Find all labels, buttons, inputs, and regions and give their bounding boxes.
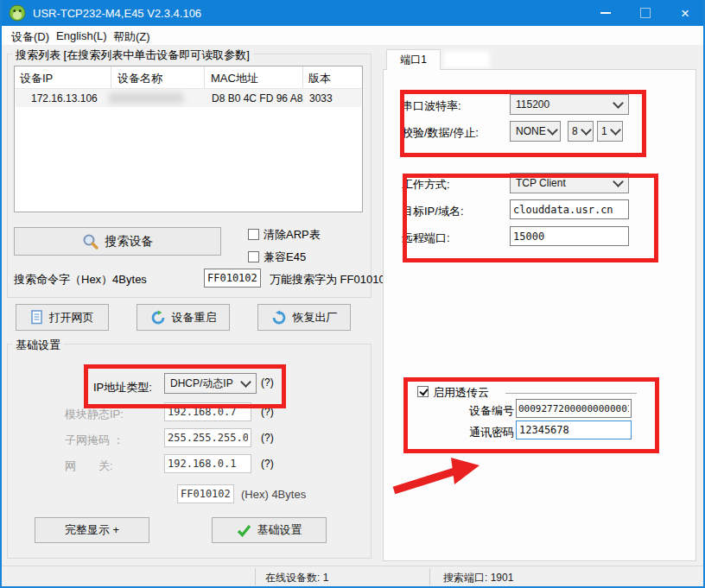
col-header-mac[interactable]: MAC地址 (211, 71, 258, 86)
gateway-label: 网 关: (65, 458, 113, 474)
factory-reset-button[interactable]: 恢复出厂 (257, 304, 351, 331)
status-online-count: 在线设备数: 1 (265, 571, 328, 585)
workmode-label: 工作方式: (402, 177, 450, 193)
col-header-version[interactable]: 版本 (308, 71, 331, 86)
restart-icon (150, 310, 166, 326)
stopbits-select[interactable]: 1 (597, 121, 623, 142)
basic-settings-apply-button[interactable]: 基础设置 (212, 517, 327, 543)
search-device-button[interactable]: 搜索设备 (14, 227, 221, 256)
parity-value: NONE (516, 125, 546, 137)
pwd-label: 通讯密码 (469, 425, 514, 440)
cell-version: 3033 (309, 92, 333, 104)
basic-settings-group-title: 基础设置 (12, 338, 64, 353)
menu-bar: 设备(D) English(L) 帮助(Z) (2, 26, 703, 45)
minimize-button[interactable] (586, 0, 626, 26)
pwd-input[interactable] (516, 420, 632, 439)
factory-reset-icon (271, 310, 287, 326)
status-divider (255, 568, 256, 585)
search-cmd-label: 搜索命令字（Hex）4Bytes (14, 272, 147, 288)
menu-help[interactable]: 帮助(Z) (111, 28, 153, 46)
stopbits-value: 1 (601, 125, 607, 137)
compat-e45-label: 兼容E45 (264, 250, 306, 265)
ip-type-select[interactable]: DHCP/动态IP (164, 373, 257, 394)
port1-tabpage (383, 69, 696, 561)
chevron-down-icon (547, 124, 558, 136)
subnet-mask-help[interactable]: (?) (261, 432, 274, 444)
device-name-redacted (109, 92, 183, 104)
dest-label: 目标IP/域名: (402, 204, 464, 219)
databits-select[interactable]: 8 (568, 121, 594, 142)
gateway-help[interactable]: (?) (261, 458, 274, 470)
cloud-enable-label: 启用透传云 (433, 385, 489, 401)
basic-settings-apply-label: 基础设置 (257, 522, 302, 538)
rport-input[interactable] (510, 226, 629, 246)
device-table: 设备IP 设备名称 MAC地址 版本 172.16.13.106 D8 B0 4… (14, 66, 363, 212)
clear-arp-label: 清除ARP表 (264, 227, 321, 243)
status-divider (429, 568, 430, 585)
maximize-icon (640, 8, 651, 18)
static-ip-label: 模块静态IP: (65, 407, 124, 422)
workmode-select[interactable]: TCP Client (510, 173, 629, 193)
table-row[interactable]: 172.16.13.106 D8 B0 4C FD 96 A8 3033 (16, 89, 361, 107)
parity-label: 校验/数据/停止: (402, 125, 479, 141)
ip-type-help[interactable]: (?) (261, 376, 274, 389)
window-title: USR-TCP232-M4,E45 V2.3.4.106 (33, 7, 201, 20)
search-list-group-title: 搜索列表 [在搜索列表中单击设备即可读取参数] (12, 47, 253, 63)
col-header-device-ip[interactable]: 设备IP (20, 71, 53, 86)
chevron-down-icon (581, 124, 592, 136)
baud-value: 115200 (516, 98, 549, 111)
cell-mac: D8 B0 4C FD 96 A8 (212, 92, 302, 104)
tab-redacted (443, 51, 490, 68)
device-restart-button[interactable]: 设备重启 (137, 304, 230, 331)
cloud-enable-checkbox[interactable] (417, 386, 429, 397)
ip-type-value: DHCP/动态IP (170, 376, 233, 391)
subnet-mask-label: 子网掩码 ： (65, 433, 124, 448)
search-icon (82, 233, 99, 250)
cloud-group-line (505, 393, 637, 394)
search-cmd-input[interactable] (204, 269, 261, 288)
close-button[interactable]: × (665, 0, 705, 26)
column-divider (302, 66, 303, 88)
ip-type-label: IP地址类型: (93, 380, 152, 395)
rport-label: 远程端口: (402, 231, 450, 246)
static-ip-input[interactable] (164, 402, 251, 421)
status-bar: 在线设备数: 1 搜索端口: 1901 (2, 566, 703, 587)
clear-arp-checkbox[interactable] (248, 229, 259, 240)
document-icon (31, 310, 43, 325)
factory-reset-label: 恢复出厂 (293, 310, 338, 326)
menu-device[interactable]: 设备(D) (9, 28, 52, 46)
chevron-down-icon (613, 176, 624, 187)
open-webpage-button[interactable]: 打开网页 (16, 304, 109, 331)
devid-input[interactable] (516, 399, 632, 418)
static-ip-help[interactable]: (?) (261, 406, 274, 418)
chevron-down-icon (610, 124, 621, 136)
hex-cmd-input[interactable] (177, 484, 234, 503)
minimize-icon (600, 12, 611, 14)
devid-label: 设备编号 (469, 403, 514, 419)
baud-select[interactable]: 115200 (510, 94, 629, 115)
search-device-label: 搜索设备 (105, 234, 154, 250)
workmode-value: TCP Client (516, 177, 566, 189)
device-restart-label: 设备重启 (172, 310, 217, 326)
tab-port1-label: 端口1 (400, 53, 427, 67)
tab-port1[interactable]: 端口1 (386, 49, 441, 70)
gateway-input[interactable] (164, 454, 251, 473)
compat-e45-checkbox[interactable] (248, 251, 259, 262)
close-icon: × (681, 6, 689, 21)
dest-input[interactable] (510, 199, 629, 219)
full-display-label: 完整显示 + (65, 522, 119, 538)
maximize-button[interactable] (626, 0, 665, 26)
col-header-device-name[interactable]: 设备名称 (118, 71, 162, 86)
parity-select[interactable]: NONE (510, 121, 561, 142)
full-display-button[interactable]: 完整显示 + (35, 517, 149, 543)
chevron-down-icon (240, 376, 251, 388)
status-search-port: 搜索端口: 1901 (443, 571, 513, 585)
databits-value: 8 (572, 125, 578, 137)
app-logo-icon (9, 4, 26, 22)
subnet-mask-input[interactable] (164, 428, 251, 447)
column-divider (111, 66, 111, 88)
chevron-down-icon (613, 98, 624, 109)
hex-suffix-label: (Hex) 4Bytes (241, 488, 306, 501)
search-cmd-hint: 万能搜索字为 FF010102 (270, 272, 391, 288)
menu-english[interactable]: English(L) (54, 28, 110, 43)
